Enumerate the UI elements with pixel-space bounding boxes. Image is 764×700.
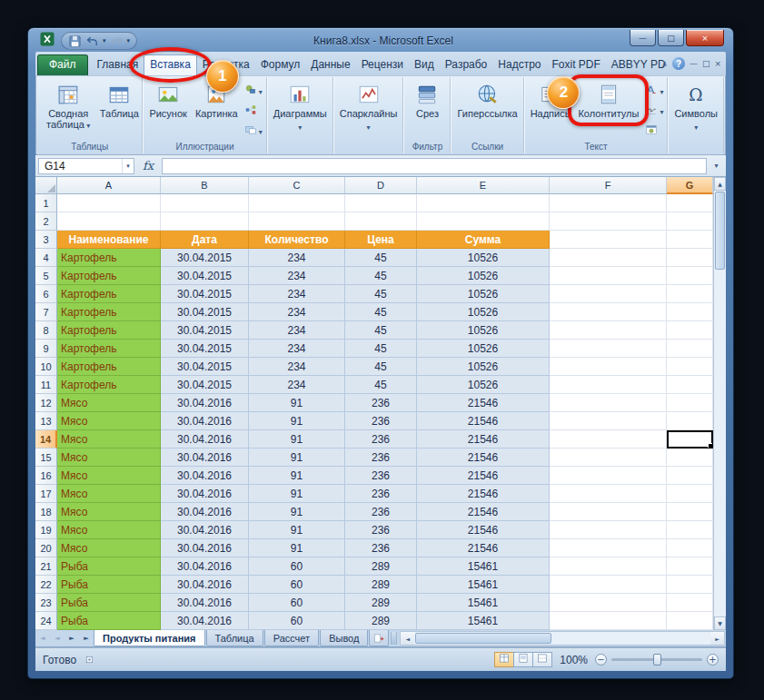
column-header-F[interactable]: F [550,177,667,194]
help-icon[interactable]: ? [672,57,685,70]
cell-A18[interactable]: Мясо [57,503,161,521]
cell-E19[interactable]: 21546 [417,521,550,539]
cell-F24[interactable] [550,612,667,630]
cell-C17[interactable]: 91 [249,485,345,503]
first-sheet-button[interactable]: ◄ [35,630,50,646]
cell-C23[interactable]: 60 [249,594,345,612]
row-header-14[interactable]: 14 [35,430,57,449]
ribbon-small-screenshot-button[interactable]: ▾ [243,123,264,141]
ribbon-button-table[interactable]: Таблица [98,80,140,121]
cell-D6[interactable]: 45 [345,285,417,303]
cell-B19[interactable]: 30.04.2016 [161,521,249,539]
cell-B21[interactable]: 30.04.2016 [161,557,249,576]
name-box-dropdown-icon[interactable]: ▾ [122,159,134,173]
cell-G10[interactable] [667,358,713,376]
cell-A5[interactable]: Картофель [57,267,161,285]
cell-D21[interactable]: 289 [345,557,417,576]
cell-C11[interactable]: 234 [249,376,345,394]
cell-E24[interactable]: 15461 [417,612,550,630]
cell-B17[interactable]: 30.04.2016 [161,485,249,503]
vertical-scrollbar[interactable]: ▲ ▼ [713,177,726,630]
row-header-16[interactable]: 16 [35,467,57,485]
next-sheet-button[interactable]: ► [64,630,79,646]
cell-C14[interactable]: 91 [249,430,345,449]
cell-F17[interactable] [550,485,667,503]
horizontal-scroll-thumb[interactable] [415,633,551,644]
view-break-button[interactable] [532,652,552,667]
ribbon-button-symbols[interactable]: ΩСимволы ▾ [670,80,721,135]
cell-C19[interactable]: 91 [249,521,345,539]
tab-foxit[interactable]: Foxit PDF [546,54,605,75]
cell-D10[interactable]: 45 [345,358,417,376]
cell-A19[interactable]: Мясо [57,521,161,539]
column-header-D[interactable]: D [345,177,417,194]
cell-E18[interactable]: 21546 [417,503,550,521]
cell-E23[interactable]: 15461 [417,594,550,612]
row-header-17[interactable]: 17 [35,485,57,503]
cell-G7[interactable] [667,303,713,321]
workbook-minimize-icon[interactable]: — [690,59,698,68]
cell-B24[interactable]: 30.04.2016 [161,612,249,630]
cell-D12[interactable]: 236 [345,394,417,412]
cell-D22[interactable]: 289 [345,576,417,594]
cell-F5[interactable] [550,267,667,285]
cell-D23[interactable]: 289 [345,594,417,612]
sheet-tab-output[interactable]: Вывод [320,630,368,646]
cell-C18[interactable]: 91 [249,503,345,521]
cell-D24[interactable]: 289 [345,612,417,630]
cell-E8[interactable]: 10526 [417,321,550,340]
cell-D4[interactable]: 45 [345,249,417,267]
row-header-20[interactable]: 20 [35,539,57,557]
cell-A4[interactable]: Картофель [57,249,161,267]
cell-G16[interactable] [667,467,713,485]
cell-E17[interactable]: 21546 [417,485,550,503]
cell-A20[interactable]: Мясо [57,539,161,557]
cell-G3[interactable] [667,231,713,249]
cell-B5[interactable]: 30.04.2015 [161,267,249,285]
cell-F12[interactable] [550,394,667,412]
cell-C1[interactable] [249,194,345,212]
cell-B20[interactable]: 30.04.2016 [161,539,249,557]
cell-F14[interactable] [550,430,667,449]
cell-B9[interactable]: 30.04.2015 [161,340,249,358]
cell-G22[interactable] [667,576,713,594]
cell-D3[interactable]: Цена [345,231,417,249]
cell-G6[interactable] [667,285,713,303]
cell-F16[interactable] [550,467,667,485]
cell-E22[interactable]: 15461 [417,576,550,594]
cell-C16[interactable]: 91 [249,467,345,485]
cell-B16[interactable]: 30.04.2016 [161,467,249,485]
qat-customize-button[interactable]: ▾ [127,37,131,44]
ribbon-button-pivot-table[interactable]: Сводная таблица ▾ [39,80,97,133]
cell-G21[interactable] [667,557,713,576]
cell-G18[interactable] [667,503,713,521]
row-header-18[interactable]: 18 [35,503,57,521]
cell-A8[interactable]: Картофель [57,321,161,340]
cell-A7[interactable]: Картофель [57,303,161,321]
row-header-15[interactable]: 15 [35,449,57,467]
sheet-tab-table[interactable]: Таблица [206,630,263,646]
cell-F1[interactable] [550,194,667,212]
tab-splitter[interactable] [391,632,397,645]
cell-C7[interactable]: 234 [249,303,345,321]
tab-formulas[interactable]: Формул [255,54,306,75]
insert-function-button[interactable]: fx [137,159,159,173]
zoom-track[interactable] [611,658,702,661]
scroll-up-icon[interactable]: ▲ [714,177,726,191]
row-header-24[interactable]: 24 [35,612,57,630]
cell-F13[interactable] [550,412,667,430]
cell-B2[interactable] [161,212,249,231]
row-header-23[interactable]: 23 [35,594,57,612]
ribbon-small-shapes-button[interactable]: ▾ [243,83,264,101]
cell-G15[interactable] [667,449,713,467]
view-normal-button[interactable] [494,652,514,667]
row-header-7[interactable]: 7 [35,303,57,321]
sheet-tab-calc[interactable]: Рассчет [264,630,320,646]
cell-B18[interactable]: 30.04.2016 [161,503,249,521]
cell-C13[interactable]: 91 [249,412,345,430]
row-header-11[interactable]: 11 [35,376,57,394]
cell-G20[interactable] [667,539,713,557]
cell-C9[interactable]: 234 [249,340,345,358]
save-button[interactable] [68,35,82,48]
cell-G17[interactable] [667,485,713,503]
